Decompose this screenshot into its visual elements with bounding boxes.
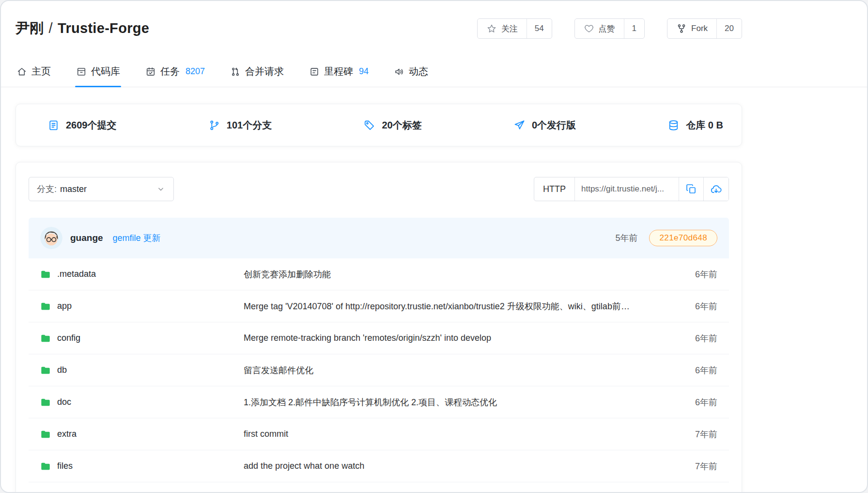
commit-hash-badge[interactable]: 221e70d648 — [649, 230, 717, 246]
file-commit-message[interactable]: 创新竞赛添加删除功能 — [244, 269, 664, 280]
file-commit-time: 6年前 — [664, 365, 717, 376]
tab-label: 代码库 — [91, 65, 120, 78]
avatar[interactable] — [40, 227, 62, 249]
page-title: 尹刚/Trustie-Forge — [16, 19, 149, 38]
tab-activity[interactable]: 动态 — [393, 58, 429, 87]
copy-url-button[interactable] — [679, 177, 703, 201]
activity-icon — [394, 66, 404, 77]
repo-header: 尹刚/Trustie-Forge 关注 54 点赞 1 For — [16, 1, 742, 39]
code-browser-card: 分支: master HTTP — [16, 162, 742, 493]
file-name: app — [57, 301, 72, 311]
owner-link[interactable]: 尹刚 — [16, 20, 44, 36]
stat-repo-size[interactable]: 仓库 0 B — [667, 119, 723, 132]
clone-url-group: HTTP — [534, 177, 729, 201]
file-name: config — [57, 333, 80, 343]
home-icon — [16, 66, 27, 77]
file-link[interactable]: doc — [40, 397, 244, 408]
fork-icon — [676, 23, 687, 34]
table-row[interactable]: extra first commit 7年前 — [29, 418, 729, 450]
like-count[interactable]: 1 — [624, 19, 644, 38]
watch-count[interactable]: 54 — [527, 19, 552, 38]
header-actions: 关注 54 点赞 1 Fork 20 — [477, 18, 742, 39]
tab-label: 主页 — [31, 65, 51, 78]
commit-author[interactable]: guange — [70, 233, 103, 243]
tab-label: 动态 — [409, 65, 428, 78]
fork-label: Fork — [691, 24, 708, 33]
stat-label: 20个标签 — [382, 119, 421, 132]
title-separator: / — [49, 20, 53, 36]
table-row[interactable]: app Merge tag 'V20140708' of http://repo… — [29, 290, 729, 322]
repo-link[interactable]: Trustie-Forge — [58, 20, 149, 36]
download-button[interactable] — [703, 177, 728, 201]
stat-tags[interactable]: 20个标签 — [363, 119, 421, 132]
file-name: files — [57, 461, 73, 471]
task-icon — [145, 66, 156, 77]
tab-milestones[interactable]: 里程碑 94 — [308, 58, 370, 87]
commit-time: 5年前 — [615, 232, 637, 244]
clone-url-input[interactable] — [574, 177, 679, 201]
file-link[interactable]: db — [40, 365, 244, 376]
stat-releases[interactable]: 0个发行版 — [513, 119, 576, 132]
tab-code[interactable]: 代码库 — [75, 58, 121, 87]
file-commit-message[interactable]: 留言发送邮件优化 — [244, 365, 664, 376]
tab-merge-requests[interactable]: 合并请求 — [229, 58, 285, 87]
tab-issues[interactable]: 任务 8207 — [144, 58, 206, 87]
file-link[interactable]: app — [40, 301, 244, 312]
table-row-partial[interactable] — [29, 482, 729, 493]
protocol-button[interactable]: HTTP — [534, 177, 574, 201]
branch-icon — [208, 119, 220, 131]
watch-button[interactable]: 关注 54 — [477, 18, 552, 39]
file-link[interactable]: .metadata — [40, 269, 244, 280]
branch-select-value: master — [60, 184, 87, 194]
like-label: 点赞 — [599, 23, 615, 34]
like-button[interactable]: 点赞 1 — [574, 18, 645, 39]
table-row[interactable]: config Merge remote-tracking branch 'rem… — [29, 322, 729, 354]
file-link[interactable]: files — [40, 461, 244, 472]
app-window: 尹刚/Trustie-Forge 关注 54 点赞 1 For — [0, 0, 868, 493]
table-row[interactable]: doc 1.添加文档 2.邮件中缺陷序号计算机制优化 2.项目、课程动态优化 6… — [29, 386, 729, 418]
file-commit-message[interactable]: Merge tag 'V20140708' of http://reposito… — [244, 301, 664, 312]
stat-label: 101个分支 — [227, 119, 272, 132]
file-commit-message[interactable]: first commit — [244, 429, 664, 439]
table-row[interactable]: .metadata 创新竞赛添加删除功能 6年前 — [29, 258, 729, 290]
tab-label: 合并请求 — [245, 65, 284, 78]
latest-commit-row: guange gemfile 更新 5年前 221e70d648 — [29, 218, 729, 258]
fork-button[interactable]: Fork 20 — [667, 18, 742, 39]
stat-label: 2609个提交 — [66, 119, 117, 132]
file-commit-time: 6年前 — [664, 397, 717, 408]
watch-label: 关注 — [501, 23, 518, 34]
avatar-image — [40, 227, 62, 249]
file-name: doc — [57, 397, 71, 407]
code-toolbar: 分支: master HTTP — [29, 177, 729, 201]
file-commit-message[interactable]: 1.添加文档 2.邮件中缺陷序号计算机制优化 2.项目、课程动态优化 — [244, 397, 664, 408]
file-commit-message[interactable]: add the project what one watch — [244, 461, 664, 471]
stat-commits[interactable]: 2609个提交 — [47, 119, 117, 132]
fork-count[interactable]: 20 — [716, 19, 742, 38]
stat-branches[interactable]: 101个分支 — [208, 119, 272, 132]
stat-label: 仓库 0 B — [686, 119, 723, 132]
folder-icon — [40, 461, 51, 472]
folder-icon — [40, 397, 51, 408]
file-name: extra — [57, 429, 77, 439]
commit-message-link[interactable]: gemfile 更新 — [113, 232, 161, 244]
file-commit-message[interactable]: Merge remote-tracking branch 'remotes/or… — [244, 333, 664, 343]
tab-home[interactable]: 主页 — [16, 58, 52, 87]
database-icon — [667, 119, 680, 131]
branch-select[interactable]: 分支: master — [29, 177, 174, 201]
branch-select-label: 分支: — [37, 183, 57, 195]
tab-bar: 主页 代码库 任务 8207 合并请求 里程碑 94 动态 — [1, 58, 867, 87]
tab-label: 里程碑 — [324, 65, 353, 78]
table-row[interactable]: files add the project what one watch 7年前 — [29, 450, 729, 482]
milestone-icon — [309, 66, 320, 77]
table-row[interactable]: db 留言发送邮件优化 6年前 — [29, 354, 729, 386]
file-link[interactable]: config — [40, 333, 244, 344]
file-commit-time: 7年前 — [664, 429, 717, 440]
tag-icon — [363, 119, 375, 131]
star-icon — [486, 23, 497, 34]
file-commit-time: 6年前 — [664, 333, 717, 344]
repo-icon — [76, 66, 87, 77]
file-link[interactable]: extra — [40, 429, 244, 440]
copy-icon — [685, 183, 697, 195]
merge-request-icon — [230, 66, 241, 77]
file-name: .metadata — [57, 269, 96, 279]
